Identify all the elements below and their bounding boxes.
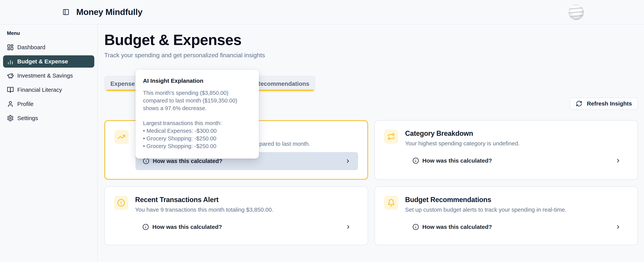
menu-section-label: Menu — [7, 30, 94, 36]
how-calculated-label: How was this calculated? — [153, 158, 222, 164]
dashboard-icon — [7, 44, 14, 51]
app-title: Money Mindfully — [76, 7, 142, 17]
user-avatar[interactable] — [568, 4, 584, 20]
bell-icon — [384, 196, 398, 210]
how-calculated-label: How was this calculated? — [422, 224, 492, 230]
card-category-breakdown: Category Breakdown Your highest spending… — [374, 120, 638, 180]
top-header: Money Mindfully — [0, 0, 644, 24]
sidebar-item-label: Budget & Expense — [17, 58, 68, 65]
card-title: Budget Recommendations — [405, 196, 628, 204]
chevron-right-icon — [345, 158, 351, 164]
book-open-icon — [7, 86, 14, 93]
card-description: Set up custom budget alerts to track you… — [405, 207, 628, 213]
sidebar-item-label: Financial Literacy — [17, 87, 62, 93]
alert-circle-icon — [114, 196, 128, 210]
sidebar-item-label: Profile — [17, 101, 34, 107]
how-calculated-label: How was this calculated? — [152, 224, 222, 230]
chevron-right-icon — [346, 224, 351, 230]
popover-transaction-list: Largest transactions this month: • Medic… — [143, 119, 252, 150]
page-title: Budget & Expenses — [104, 32, 638, 48]
sidebar-item-dashboard[interactable]: Dashboard — [3, 41, 94, 53]
app-root: Money Mindfully Menu Dashboard Budget & … — [0, 0, 644, 262]
card-title: Recent Transactions Alert — [135, 196, 358, 204]
sidebar-item-investment-savings[interactable]: Investment & Savings — [3, 69, 94, 82]
page-subtitle: Track your spending and get personalized… — [104, 52, 638, 59]
panel-left-icon — [62, 9, 70, 15]
sidebar-item-financial-literacy[interactable]: Financial Literacy — [3, 84, 94, 96]
info-icon — [412, 224, 419, 230]
popover-paragraph: This month's spending ($3,850.00) compar… — [143, 89, 252, 112]
chevron-right-icon — [615, 158, 621, 164]
sidebar: Menu Dashboard Budget & Expense Investme… — [0, 24, 98, 262]
chevron-right-icon — [615, 224, 621, 230]
sidebar-item-label: Investment & Savings — [17, 72, 73, 79]
sidebar-item-profile[interactable]: Profile — [3, 98, 94, 110]
card-title: Category Breakdown — [405, 129, 628, 138]
popover-title: AI Insight Explanation — [143, 78, 252, 84]
how-calculated-label: How was this calculated? — [422, 157, 492, 164]
piggy-bank-icon — [7, 72, 14, 79]
user-icon — [7, 100, 14, 108]
refresh-icon — [576, 100, 582, 107]
repeat-icon — [384, 129, 398, 144]
sidebar-item-budget-expense[interactable]: Budget & Expense — [3, 55, 94, 68]
sidebar-toggle-button[interactable] — [62, 8, 70, 16]
how-calculated-button[interactable]: How was this calculated? — [405, 152, 628, 170]
bar-chart-icon — [7, 58, 14, 65]
sidebar-item-label: Settings — [17, 115, 38, 121]
refresh-label: Refresh Insights — [587, 100, 632, 107]
card-description: Your highest spending category is undefi… — [405, 140, 628, 147]
info-icon — [412, 157, 419, 164]
card-description: You have 9 transactions this month total… — [135, 207, 358, 213]
sidebar-item-settings[interactable]: Settings — [3, 112, 94, 124]
refresh-insights-button[interactable]: Refresh Insights — [570, 97, 638, 110]
how-calculated-button[interactable]: How was this calculated? — [135, 218, 358, 236]
card-budget-recommendations: Budget Recommendations Set up custom bud… — [374, 186, 638, 245]
trending-up-icon — [114, 130, 128, 144]
ai-insight-popover: AI Insight Explanation This month's spen… — [136, 70, 259, 159]
card-recent-transactions-alert: Recent Transactions Alert You have 9 tra… — [104, 186, 368, 245]
info-icon — [142, 224, 149, 230]
info-icon — [143, 158, 149, 164]
how-calculated-button[interactable]: How was this calculated? — [405, 218, 628, 236]
sidebar-item-label: Dashboard — [17, 44, 46, 50]
gear-icon — [7, 115, 14, 122]
